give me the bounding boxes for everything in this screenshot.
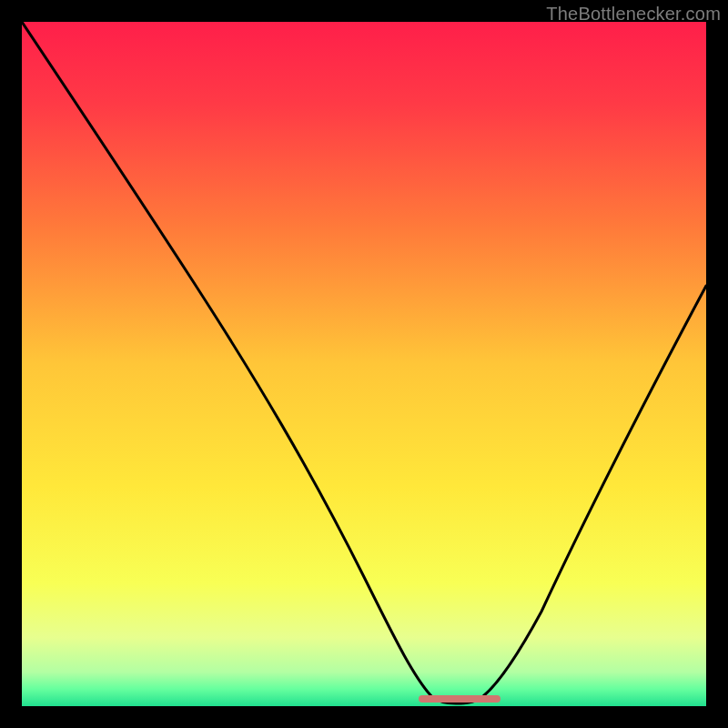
plot-area xyxy=(22,22,706,706)
bottleneck-curve xyxy=(22,22,706,706)
chart-frame: TheBottlenecker.com xyxy=(0,0,728,728)
watermark-text: TheBottlenecker.com xyxy=(546,4,721,25)
optimal-range-bar xyxy=(419,695,500,703)
